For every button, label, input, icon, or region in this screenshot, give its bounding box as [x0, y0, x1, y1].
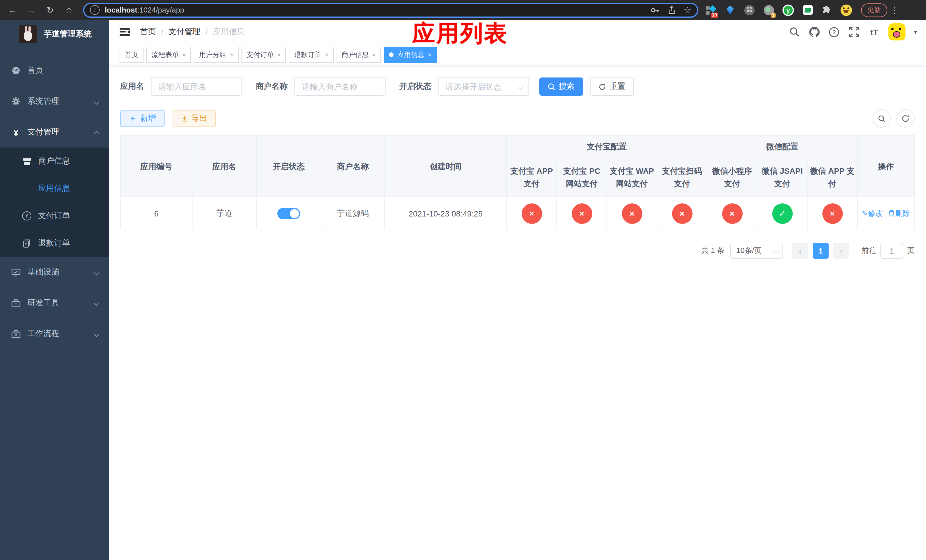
extensions-area: 10 ⌘ 1 y: [705, 4, 852, 16]
merchant-name-input[interactable]: [294, 77, 386, 96]
app-name-input[interactable]: [151, 77, 242, 96]
prev-page-button[interactable]: ‹: [792, 243, 808, 259]
help-icon[interactable]: ?: [829, 26, 840, 38]
cell-status: [257, 197, 321, 230]
extension-y-icon[interactable]: y: [782, 4, 794, 16]
extensions-puzzle-icon[interactable]: [821, 4, 832, 16]
toolbox-icon: [11, 298, 21, 308]
yen-circle-icon: ¥: [22, 211, 31, 221]
wx-lite-status-icon: ×: [722, 203, 742, 224]
close-icon[interactable]: ×: [372, 51, 376, 58]
bookmark-star-icon[interactable]: ☆: [684, 5, 691, 15]
close-icon[interactable]: ×: [325, 51, 328, 58]
tab-home[interactable]: 首页: [120, 47, 144, 63]
collapse-sidebar-icon[interactable]: [120, 28, 130, 36]
document-icon: [22, 239, 31, 248]
breadcrumb-payment[interactable]: 支付管理: [169, 27, 200, 37]
extension-command-icon[interactable]: ⌘: [744, 4, 755, 16]
search-icon[interactable]: [789, 26, 800, 38]
tab-app-info[interactable]: 应用信息×: [384, 47, 437, 63]
address-bar[interactable]: i localhost:1024/pay/app ☆: [83, 3, 698, 17]
col-app-id: 应用编号: [121, 135, 192, 197]
extension-camera-icon[interactable]: 1: [763, 4, 775, 16]
extension-gem-icon[interactable]: [725, 4, 736, 16]
sidebar-item-home[interactable]: 首页: [0, 55, 109, 86]
reset-button[interactable]: 重置: [590, 77, 634, 96]
export-button[interactable]: 导出: [172, 110, 216, 127]
extension-chat-icon[interactable]: [802, 4, 813, 16]
page-number-1[interactable]: 1: [813, 243, 829, 259]
search-icon: [548, 83, 555, 90]
close-icon[interactable]: ×: [428, 51, 431, 58]
sidebar-item-refund-orders[interactable]: 退款订单: [0, 230, 109, 257]
user-avatar[interactable]: [888, 23, 905, 41]
sidebar: 芋道管理系统 首页 系统管理 ¥ 支付管: [0, 20, 109, 560]
next-page-button[interactable]: ›: [833, 243, 849, 259]
merchant-name-label: 商户名称: [256, 82, 287, 92]
tab-merchant-info[interactable]: 商户信息×: [337, 47, 381, 63]
sidebar-item-merchant-info[interactable]: 商户信息: [0, 148, 109, 175]
search-button[interactable]: 搜索: [539, 77, 583, 96]
refresh-table-button[interactable]: [896, 109, 915, 128]
top-navbar: 首页 / 支付管理 / 应用信息 应用列表 ?: [109, 20, 926, 44]
breadcrumb: 首页 / 支付管理 / 应用信息: [140, 27, 245, 37]
browser-reload-icon[interactable]: ↻: [44, 4, 56, 16]
tab-refund-orders[interactable]: 退款订单×: [289, 47, 334, 63]
sidebar-item-devtools[interactable]: 研发工具: [0, 288, 109, 318]
navbar-actions: ? tT ▾: [789, 23, 917, 41]
dashboard-icon: [11, 66, 21, 75]
share-icon[interactable]: [667, 5, 676, 15]
wx-jsapi-status-icon: ✓: [772, 203, 793, 224]
browser-home-icon[interactable]: ⌂: [63, 4, 75, 16]
col-alipay-qr: 支付宝扫码支付: [657, 157, 707, 197]
edit-link[interactable]: ✎修改: [862, 209, 883, 217]
page-content: 应用名 商户名称 开启状态 搜索 重置: [109, 66, 926, 560]
red-annotation-text: 应用列表: [412, 21, 508, 45]
page-size-select[interactable]: 10条/页: [730, 243, 783, 259]
close-icon[interactable]: ×: [277, 51, 281, 58]
sidebar-item-payment[interactable]: ¥ 支付管理: [0, 117, 109, 148]
chrome-menu-icon[interactable]: ⋮: [891, 5, 899, 15]
show-search-button[interactable]: [873, 109, 891, 128]
browser-forward-icon[interactable]: →: [25, 4, 38, 16]
sidebar-item-pay-orders[interactable]: ¥ 支付订单: [0, 202, 109, 230]
github-icon[interactable]: [809, 26, 820, 38]
url-text[interactable]: localhost:1024/pay/app: [105, 6, 642, 14]
yen-icon: ¥: [11, 128, 21, 137]
grid-icon: [22, 184, 31, 193]
add-button[interactable]: ＋ 新增: [120, 110, 165, 127]
browser-back-icon[interactable]: ←: [6, 4, 19, 16]
table-row: 6 芋道 芋道源码 2021-10-23 08:49:25 × × × × × …: [121, 197, 914, 230]
sidebar-menu: 首页 系统管理 ¥ 支付管理: [0, 55, 109, 349]
app-name-label: 应用名: [120, 82, 144, 92]
font-size-icon[interactable]: tT: [869, 26, 880, 38]
chevron-down-icon: [94, 269, 100, 275]
table-tools: [873, 109, 915, 128]
sidebar-item-workflow[interactable]: 工作流程: [0, 318, 109, 349]
tab-user-group[interactable]: 用户分组×: [194, 47, 239, 63]
tags-view-bar: 首页 流程表单× 用户分组× 支付订单× 退款订单× 商户信息× 应用信息×: [109, 44, 926, 66]
col-alipay-wap: 支付宝 WAP 网站支付: [607, 157, 657, 197]
tab-pay-orders[interactable]: 支付订单×: [242, 47, 286, 63]
breadcrumb-home[interactable]: 首页: [140, 27, 156, 37]
cell-created: 2021-10-23 08:49:25: [385, 197, 507, 230]
caret-down-icon[interactable]: ▾: [914, 29, 917, 35]
sidebar-logo[interactable]: 芋道管理系统: [0, 20, 109, 48]
password-key-icon[interactable]: [650, 5, 659, 15]
fullscreen-icon[interactable]: [849, 26, 860, 38]
tab-process-form[interactable]: 流程表单×: [146, 47, 191, 63]
goto-page-input[interactable]: [881, 243, 903, 259]
close-icon[interactable]: ×: [182, 51, 186, 58]
sidebar-item-app-info[interactable]: 应用信息: [0, 175, 109, 202]
wx-app-status-icon: ×: [822, 203, 843, 224]
sidebar-item-system[interactable]: 系统管理: [0, 86, 109, 117]
profile-avatar[interactable]: [841, 4, 852, 16]
delete-link[interactable]: 删除: [888, 209, 910, 217]
chrome-update-button[interactable]: 更新: [861, 3, 887, 17]
site-info-icon[interactable]: i: [90, 5, 100, 15]
close-icon[interactable]: ×: [230, 51, 233, 58]
extension-kite-icon[interactable]: 10: [705, 4, 716, 16]
sidebar-item-infra[interactable]: 基础设施: [0, 257, 109, 288]
status-toggle[interactable]: [277, 207, 300, 219]
status-select[interactable]: [438, 77, 529, 96]
